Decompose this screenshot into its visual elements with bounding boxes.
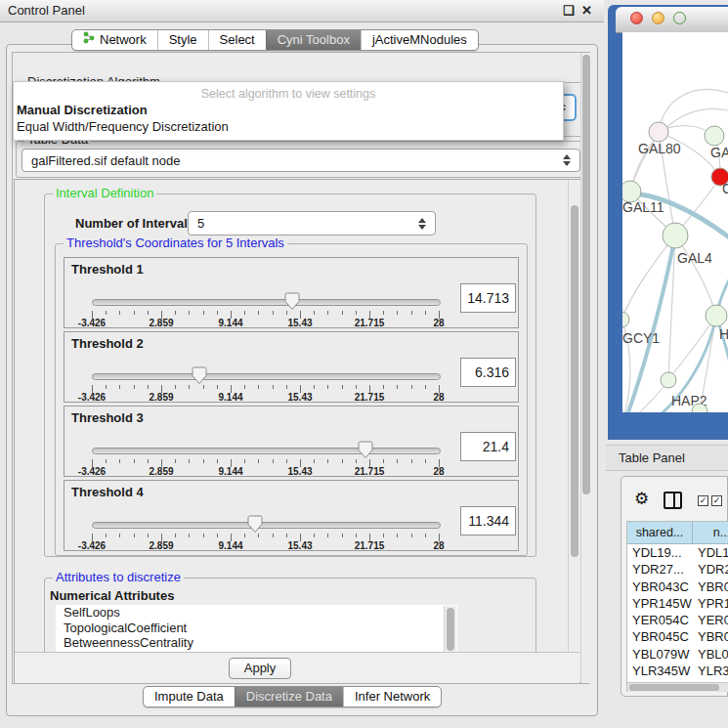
table-cell: YBR0... (693, 628, 728, 645)
threshold-value-field[interactable]: 6.316 (460, 358, 516, 387)
apply-bar: Apply (15, 652, 579, 683)
zoom-traffic-light-icon[interactable] (673, 12, 686, 24)
tab-cyni-toolbox[interactable]: Cyni Toolbox (266, 30, 361, 50)
attributes-list-scrollbar[interactable] (444, 606, 456, 653)
slider-tick (217, 311, 218, 315)
threshold-value-field[interactable]: 21.4 (460, 432, 516, 461)
slider-thumb[interactable] (284, 292, 300, 311)
settings-vertical-scrollbar[interactable] (568, 180, 580, 682)
popup-option-manual-discretization[interactable]: Manual Discretization (17, 103, 148, 117)
slider-tick-label: -3.426 (78, 466, 106, 477)
numerical-attributes-list[interactable]: SelfLoopsTopologicalCoefficientBetweenne… (56, 605, 457, 654)
tab-impute-data[interactable]: Impute Data (144, 687, 235, 707)
table-data-combobox[interactable]: galFiltered.sif default node (21, 149, 580, 172)
slider-tick (425, 311, 426, 315)
network-window-titlebar[interactable] (616, 7, 728, 33)
table-cell: YPR1... (693, 595, 728, 612)
tab-label: jActiveMNodules (372, 30, 467, 50)
tab-network[interactable]: Network (72, 30, 157, 50)
table-header-shared[interactable]: shared... (627, 522, 693, 544)
slider-tick (134, 385, 135, 389)
slider-tick (189, 385, 190, 389)
checkbox-checked-icon[interactable]: ✓ (711, 495, 722, 506)
table-hscroll-thumb[interactable] (629, 684, 719, 691)
network-node-gal[interactable] (705, 126, 724, 146)
slider-track[interactable] (92, 299, 441, 306)
slider-tick (175, 534, 176, 537)
tab-select[interactable]: Select (208, 30, 266, 50)
table-cell: YBR0... (693, 578, 728, 595)
attribute-item-topologicalcoefficient[interactable]: TopologicalCoefficient (56, 621, 457, 636)
network-node-h[interactable] (706, 305, 727, 326)
table-row[interactable]: YPR145WYPR1... (627, 595, 728, 612)
network-node-gal4[interactable] (663, 223, 688, 248)
table-row[interactable]: YBR043CYBR0... (627, 578, 728, 595)
network-node-gal80[interactable] (649, 122, 668, 142)
slider-thumb[interactable] (247, 515, 263, 534)
slider-tick (244, 534, 245, 537)
slider-tick (134, 534, 135, 537)
slider-thumb[interactable] (192, 366, 207, 385)
gear-icon[interactable]: ⚙ (634, 491, 649, 507)
algorithm-dropdown-popup: Select algorithm to view settingsManual … (13, 81, 564, 141)
network-node-gcy1[interactable] (622, 312, 629, 327)
table-header-n[interactable]: n... (693, 522, 728, 544)
slider-tick (356, 311, 357, 315)
slider-tick-label: 9.144 (218, 466, 242, 477)
apply-button[interactable]: Apply (229, 658, 291, 679)
node-attribute-table[interactable]: shared...n...YDL19...YDL1...YDR27...YDR2… (626, 521, 728, 692)
split-columns-icon[interactable] (664, 492, 682, 509)
table-row[interactable]: YBR045CYBR0... (627, 628, 728, 645)
slider-tick (273, 385, 274, 389)
network-node-hap2[interactable] (661, 372, 676, 388)
tab-label: Impute Data (154, 687, 224, 707)
tab-discretize-data[interactable]: Discretize Data (235, 687, 343, 707)
panel-vertical-scrollbar[interactable] (580, 53, 591, 683)
slider-tick (342, 459, 343, 463)
table-row[interactable]: YDL19...YDL1... (627, 544, 728, 561)
number-of-intervals-spinner[interactable]: 5 (188, 211, 436, 236)
network-edge[interactable] (622, 411, 700, 412)
control-panel-titlebar: Control Panel ❑ ✕ (0, 0, 604, 22)
table-row[interactable]: YDR27...YDR2... (627, 561, 728, 578)
float-window-icon[interactable]: ❑ (563, 4, 575, 17)
slider-tick (342, 385, 343, 389)
table-row[interactable]: YBL079WYBL0... (627, 646, 728, 663)
table-row[interactable]: YER054CYER0... (627, 612, 728, 628)
tab-infer-network[interactable]: Infer Network (343, 687, 441, 707)
slider-tick-label: 28 (433, 540, 444, 551)
panel-title: Control Panel (8, 3, 85, 18)
minimize-traffic-light-icon[interactable] (652, 12, 664, 24)
node-label: GAL80 (638, 141, 681, 156)
slider-tick-label: -3.426 (78, 318, 106, 328)
popup-option-equal-width-frequency-discretization[interactable]: Equal Width/Frequency Discretization (17, 119, 229, 134)
slider-thumb[interactable] (358, 441, 373, 459)
network-graph[interactable]: GAL80GALCGAL11GAL4GCY1HHAP2 (622, 32, 728, 412)
slider-tick (189, 534, 190, 537)
slider-tick-label: -3.426 (78, 392, 106, 403)
tab-style[interactable]: Style (157, 30, 208, 50)
slider-track[interactable] (92, 373, 441, 380)
slider-tick (286, 385, 287, 389)
slider-tick (314, 534, 315, 537)
checkbox-checked-icon[interactable]: ✓ (698, 495, 708, 506)
network-edge[interactable] (668, 316, 716, 380)
slider-tick (397, 534, 398, 537)
slider-tick-label: 15.43 (287, 466, 312, 477)
tab-jactivemnodules[interactable]: jActiveMNodules (361, 30, 478, 50)
close-traffic-light-icon[interactable] (630, 12, 643, 24)
slider-tick (425, 459, 426, 463)
table-row[interactable]: YLR345WYLR3... (627, 663, 728, 679)
attribute-item-selfloops[interactable]: SelfLoops (56, 605, 457, 621)
threshold-value-field[interactable]: 11.344 (460, 506, 516, 535)
slider-track[interactable] (92, 522, 441, 529)
threshold-value-field[interactable]: 14.713 (460, 283, 516, 313)
attribute-item-betweennesscentrality[interactable]: BetweennessCentrality (56, 635, 457, 651)
slider-tick (203, 385, 204, 389)
network-canvas[interactable]: GAL80GALCGAL11GAL4GCY1HHAP2 (622, 32, 728, 412)
network-edge[interactable] (675, 236, 716, 316)
slider-tick (119, 311, 120, 315)
table-cell: YPR145W (627, 595, 693, 612)
close-icon[interactable]: ✕ (581, 4, 592, 17)
slider-track[interactable] (92, 448, 441, 454)
